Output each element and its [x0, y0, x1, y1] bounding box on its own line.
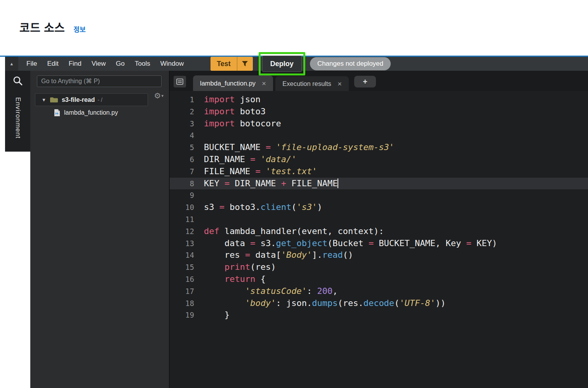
line-number[interactable]: 1 — [170, 94, 204, 106]
ide-main: Environment ⚙▾ ▼ — [5, 71, 588, 388]
test-button[interactable]: Test — [210, 57, 253, 71]
text-cursor — [337, 178, 338, 188]
code-text: KEY = DIR_NAME + FILE_NAME — [204, 178, 338, 190]
code-text: import json — [204, 94, 261, 106]
menu-items: File Edit Find View Go Tools Window — [21, 60, 189, 68]
test-button-label: Test — [210, 60, 237, 68]
code-line-17[interactable]: 17 'statusCode': 200, — [170, 285, 588, 297]
app-root: 코드 소스 정보 ▲ File Edit Find View Go Tools … — [0, 0, 588, 388]
chevron-up-icon: ▲ — [10, 61, 14, 66]
code-text: 'body': json.dumps(res.decode('UTF-8')) — [204, 297, 446, 309]
code-line-11[interactable]: 11 — [170, 213, 588, 225]
code-line-10[interactable]: 10s3 = boto3.client('s3') — [170, 201, 588, 213]
code-text: } — [204, 309, 230, 321]
line-number[interactable]: 12 — [170, 225, 204, 238]
line-number[interactable]: 4 — [170, 129, 204, 142]
code-text: DIR_NAME = 'data/' — [204, 154, 296, 166]
code-lines: 1import json2import boto33import botocor… — [170, 94, 588, 321]
code-text: print(res) — [204, 261, 276, 273]
deploy-button[interactable]: Deploy — [262, 56, 302, 72]
close-icon[interactable]: × — [262, 80, 266, 87]
ide-container: ▲ File Edit Find View Go Tools Window Te… — [0, 57, 588, 388]
tab-list-button[interactable] — [174, 76, 186, 87]
menu-view[interactable]: View — [87, 60, 111, 68]
code-line-1[interactable]: 1import json — [170, 94, 588, 106]
code-text: data = s3.get_object(Bucket = BUCKET_NAM… — [204, 238, 497, 250]
menu-tools[interactable]: Tools — [130, 60, 155, 68]
tab-label: Execution results — [282, 80, 331, 87]
line-number[interactable]: 19 — [170, 309, 204, 321]
tree-folder-row[interactable]: ▼ s3-file-read - / — [35, 93, 148, 106]
code-line-16[interactable]: 16 return { — [170, 273, 588, 285]
folder-name: s3-file-read — [62, 96, 95, 103]
search-icon[interactable] — [12, 75, 23, 88]
file-tree: ▼ s3-file-read - / — [30, 93, 169, 119]
code-text: BUCKET_NAME = 'file-upload-system-s3' — [204, 142, 394, 154]
code-line-18[interactable]: 18 'body': json.dumps(res.decode('UTF-8'… — [170, 297, 588, 309]
code-text: import boto3 — [204, 106, 266, 118]
close-icon[interactable]: × — [337, 80, 342, 87]
code-line-8[interactable]: 8KEY = DIR_NAME + FILE_NAME — [170, 178, 588, 190]
left-dock-strip: Environment — [5, 71, 30, 152]
code-line-6[interactable]: 6DIR_NAME = 'data/' — [170, 154, 588, 166]
line-number[interactable]: 5 — [170, 142, 204, 154]
tab-bar: lambda_function.py × Execution results ×… — [170, 71, 588, 91]
line-number[interactable]: 10 — [170, 201, 204, 213]
new-tab-button[interactable]: + — [354, 76, 376, 87]
line-number[interactable]: 7 — [170, 166, 204, 178]
left-dock: Environment — [5, 71, 30, 388]
console-header: 코드 소스 정보 — [0, 0, 588, 56]
code-line-14[interactable]: 14 res = data['Body'].read() — [170, 249, 588, 261]
menu-file[interactable]: File — [21, 60, 42, 68]
code-line-15[interactable]: 15 print(res) — [170, 261, 588, 273]
line-number[interactable]: 16 — [170, 273, 204, 285]
file-explorer-panel: ⚙▾ ▼ s3-file-read - / — [30, 71, 170, 388]
caret-down-icon: ▾ — [161, 93, 164, 98]
code-line-19[interactable]: 19 } — [170, 309, 588, 321]
line-number[interactable]: 8 — [170, 178, 204, 190]
code-text: 'statusCode': 200, — [204, 285, 337, 297]
code-line-3[interactable]: 3import botocore — [170, 118, 588, 130]
python-file-icon — [54, 109, 61, 117]
code-text: import botocore — [204, 118, 281, 130]
line-number[interactable]: 18 — [170, 297, 204, 309]
code-text: def lambda_handler(event, context): — [204, 225, 384, 238]
code-text: s3 = boto3.client('s3') — [204, 201, 322, 213]
code-line-2[interactable]: 2import boto3 — [170, 106, 588, 118]
line-number[interactable]: 2 — [170, 106, 204, 118]
disclosure-triangle-icon[interactable]: ▼ — [42, 97, 46, 103]
code-line-7[interactable]: 7FILE_NAME = 'test.txt' — [170, 166, 588, 178]
tree-file-row[interactable]: lambda_function.py — [35, 106, 169, 119]
code-line-4[interactable]: 4 — [170, 129, 588, 142]
file-name: lambda_function.py — [64, 109, 118, 116]
line-number[interactable]: 13 — [170, 238, 204, 250]
line-number[interactable]: 17 — [170, 285, 204, 297]
deploy-status-badge: Changes not deployed — [310, 57, 391, 70]
menu-go[interactable]: Go — [111, 60, 130, 68]
line-number[interactable]: 3 — [170, 118, 204, 130]
code-line-12[interactable]: 12def lambda_handler(event, context): — [170, 225, 588, 238]
tab-lambda-function-py[interactable]: lambda_function.py × — [193, 75, 273, 91]
info-link[interactable]: 정보 — [73, 24, 85, 34]
line-number[interactable]: 6 — [170, 154, 204, 166]
line-number[interactable]: 11 — [170, 213, 204, 225]
environment-panel-tab[interactable]: Environment — [14, 97, 22, 138]
menu-window[interactable]: Window — [155, 60, 189, 68]
page-title: 코드 소스 — [19, 19, 65, 35]
goto-anything-input[interactable] — [37, 75, 162, 87]
code-text: return { — [204, 273, 266, 285]
line-number[interactable]: 14 — [170, 249, 204, 261]
line-number[interactable]: 9 — [170, 189, 204, 201]
menu-edit[interactable]: Edit — [42, 60, 63, 68]
code-line-5[interactable]: 5BUCKET_NAME = 'file-upload-system-s3' — [170, 142, 588, 154]
menu-find[interactable]: Find — [64, 60, 87, 68]
line-number[interactable]: 15 — [170, 261, 204, 273]
tab-label: lambda_function.py — [200, 80, 256, 87]
code-text: FILE_NAME = 'test.txt' — [204, 166, 317, 178]
code-line-9[interactable]: 9 — [170, 189, 588, 201]
settings-gear-icon[interactable]: ⚙▾ — [154, 91, 164, 100]
code-line-13[interactable]: 13 data = s3.get_object(Bucket = BUCKET_… — [170, 238, 588, 250]
collapse-panel-button[interactable]: ▲ — [5, 57, 18, 71]
code-editor[interactable]: 1import json2import boto33import botocor… — [170, 91, 588, 388]
tab-execution-results[interactable]: Execution results × — [275, 76, 349, 91]
